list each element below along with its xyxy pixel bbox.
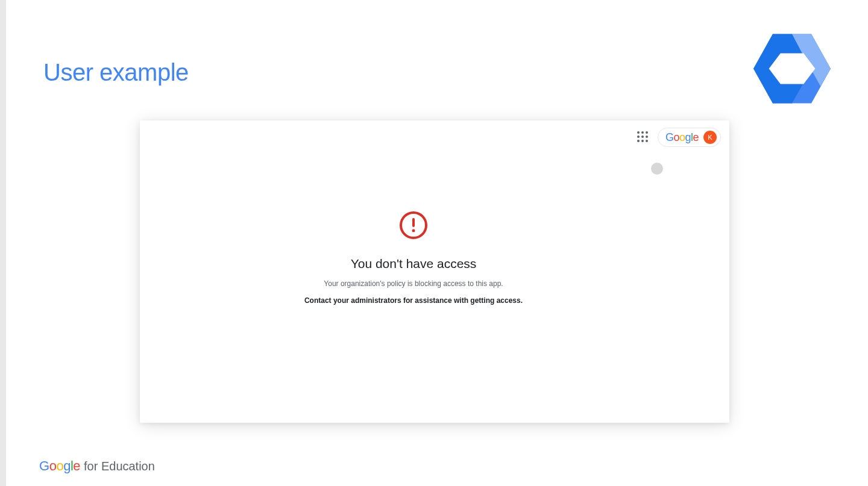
error-alert-icon [399,211,428,240]
footer-google-wordmark: Google [39,458,80,474]
admin-console-logo-icon [753,34,831,104]
error-subtitle: Your organization's policy is blocking a… [324,279,503,288]
app-window: Google K You don't have access Your orga… [140,120,729,423]
svg-point-6 [412,229,415,232]
svg-rect-5 [412,218,415,227]
access-denied-panel: You don't have access Your organization'… [119,211,708,305]
apps-launcher-icon[interactable] [637,131,649,143]
app-header: Google K [637,128,721,147]
google-wordmark: Google [665,131,699,144]
account-switcher[interactable]: Google K [658,128,721,147]
decorative-dot [651,163,663,175]
user-avatar[interactable]: K [703,131,717,144]
footer-suffix: for Education [84,460,155,473]
error-contact-text: Contact your administrators for assistan… [304,296,523,305]
slide-left-accent [0,0,6,486]
footer-brand: Google for Education [39,458,155,474]
error-title: You don't have access [351,257,477,271]
slide-title: User example [43,59,189,86]
